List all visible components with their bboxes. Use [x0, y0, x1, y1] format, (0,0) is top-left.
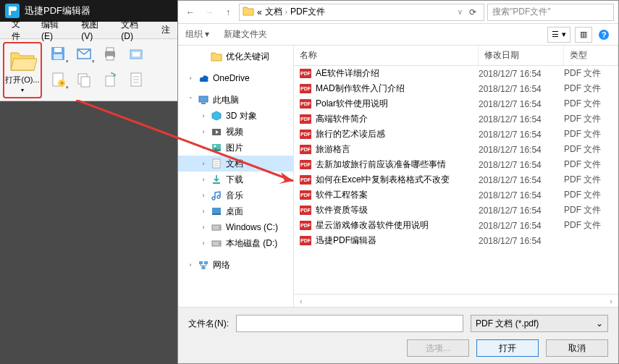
rotate-button[interactable] — [98, 68, 122, 91]
list-header: 名称 修改日期 类型 — [294, 46, 618, 66]
open-button[interactable]: 打开(O)... ▾ — [3, 42, 42, 98]
scroll-left-button[interactable]: ‹ — [297, 297, 306, 305]
file-name: 迅捷PDF编辑器 — [316, 234, 376, 247]
file-row[interactable]: PDF星云游戏修改器软件使用说明2018/12/7 16:54PDF 文件 — [294, 218, 618, 233]
file-row[interactable]: PDF软件资质等级2018/12/7 16:54PDF 文件 — [294, 203, 618, 218]
preview-pane-button[interactable]: ▥ — [575, 27, 592, 43]
menu-view[interactable]: 视图(V) — [74, 19, 114, 41]
tree-item[interactable]: ›下载 — [178, 172, 293, 187]
breadcrumb[interactable]: « 文档 › PDF文件 v ⟳ — [239, 4, 484, 21]
file-name: 软件资质等级 — [316, 204, 368, 216]
file-row[interactable]: PDF高端软件简介2018/12/7 16:54PDF 文件 — [294, 111, 618, 127]
svg-rect-14 — [81, 77, 90, 87]
tree-item[interactable]: ›音乐 — [178, 187, 293, 203]
file-type: PDF 文件 — [564, 174, 618, 186]
filter-label: PDF 文档 (*.pdf) — [476, 318, 539, 330]
file-date: 2018/12/7 16:54 — [479, 69, 564, 79]
file-row[interactable]: PDFPolar软件使用说明2018/12/7 16:54PDF 文件 — [294, 96, 618, 111]
menu-edit[interactable]: 编辑(E) — [34, 19, 74, 41]
open-file-button[interactable]: 打开 — [476, 339, 539, 357]
file-open-dialog: ← → ↑ « 文档 › PDF文件 v ⟳ 搜索"PDF文件" 组织 ▾ 新建… — [177, 0, 619, 364]
svg-rect-31 — [213, 182, 220, 184]
menu-annotate[interactable]: 注 — [154, 24, 177, 36]
twist-icon: › — [200, 240, 207, 247]
onedrive-icon — [198, 72, 209, 84]
tree-item[interactable]: ›Windows (C:) — [178, 219, 293, 235]
scan-button[interactable] — [125, 42, 148, 65]
file-row[interactable]: PDF软件工程答案2018/12/7 16:54PDF 文件 — [294, 187, 618, 203]
tree-item[interactable]: ›网络 — [178, 257, 293, 273]
file-row[interactable]: PDFMAD制作软件入门介绍2018/12/7 16:54PDF 文件 — [294, 81, 618, 96]
file-type: PDF 文件 — [564, 128, 618, 140]
3d-icon — [211, 110, 222, 122]
file-name: 如何在Excel中复制表格格式不改变 — [316, 174, 450, 186]
file-row[interactable]: PDF旅行的艺术读后感2018/12/7 16:54PDF 文件 — [294, 127, 618, 142]
tree-item[interactable]: ›OneDrive — [178, 70, 293, 86]
tree-item[interactable]: 优化关键词 — [178, 48, 293, 64]
file-filter-dropdown[interactable]: PDF 文档 (*.pdf) ⌄ — [471, 315, 608, 332]
dropdown-icon[interactable]: v — [458, 8, 462, 16]
col-type[interactable]: 类型 — [564, 46, 618, 65]
h-scrollbar[interactable]: ‹ › — [294, 294, 618, 307]
scroll-right-button[interactable]: › — [607, 297, 615, 305]
up-button[interactable]: ↑ — [220, 4, 236, 20]
file-date: 2018/12/7 16:54 — [479, 114, 564, 124]
tree-item[interactable]: ›本地磁盘 (D:) — [178, 235, 293, 251]
tree-item[interactable]: ›视频 — [178, 124, 293, 140]
pdf-icon: PDF — [300, 145, 311, 154]
tree-item-label: 视频 — [226, 126, 243, 138]
file-list-body[interactable]: PDFAE软件详细介绍2018/12/7 16:54PDF 文件PDFMAD制作… — [294, 66, 618, 294]
crumb-1[interactable]: 文档 — [265, 6, 282, 18]
email-button[interactable]: ▾ — [72, 42, 96, 65]
music-icon — [211, 190, 222, 201]
refresh-button[interactable]: ⟳ — [465, 4, 481, 20]
cancel-button[interactable]: 取消 — [546, 339, 608, 357]
chevron-right-icon: › — [285, 8, 287, 16]
options-button[interactable]: 选项... — [407, 339, 469, 357]
tree-item[interactable]: ›图片 — [178, 140, 293, 156]
file-name: Polar软件使用说明 — [316, 98, 388, 110]
file-name: AE软件详细介绍 — [316, 67, 379, 80]
copy-button[interactable] — [72, 68, 96, 91]
svg-rect-40 — [202, 266, 206, 269]
more-button[interactable] — [125, 68, 148, 91]
menu-bar: 文件 编辑(E) 视图(V) 文档(D) 注 — [0, 22, 177, 39]
svg-rect-39 — [204, 261, 208, 264]
col-date[interactable]: 修改日期 — [479, 46, 564, 65]
file-type: PDF 文件 — [564, 113, 618, 125]
back-button[interactable]: ← — [182, 4, 198, 20]
breadcrumb-root[interactable]: « — [257, 7, 262, 17]
file-date: 2018/12/7 16:54 — [479, 221, 564, 231]
folder-tree[interactable]: 优化关键词›OneDrive˅此电脑›3D 对象›视频›图片›文档›下载›音乐›… — [178, 46, 294, 307]
tree-item[interactable]: ›3D 对象 — [178, 108, 293, 124]
file-date: 2018/12/7 16:54 — [479, 145, 564, 155]
menu-file[interactable]: 文件 — [4, 18, 34, 43]
file-row[interactable]: PDF如何在Excel中复制表格格式不改变2018/12/7 16:54PDF … — [294, 172, 618, 187]
file-row[interactable]: PDF迅捷PDF编辑器2018/12/7 16:54 — [294, 233, 618, 248]
tree-item[interactable]: ›文档 — [178, 156, 293, 172]
save-button[interactable]: ▾ — [46, 42, 70, 65]
file-row[interactable]: PDF旅游格言2018/12/7 16:54PDF 文件 — [294, 142, 618, 157]
svg-rect-15 — [106, 76, 114, 86]
print-button[interactable] — [98, 42, 122, 65]
file-row[interactable]: PDFAE软件详细介绍2018/12/7 16:54PDF 文件 — [294, 66, 618, 81]
new-doc-button[interactable]: ✶▾ — [46, 68, 70, 91]
file-row[interactable]: PDF去新加坡旅行前应该准备哪些事情2018/12/7 16:54PDF 文件 — [294, 157, 618, 172]
search-input[interactable]: 搜索"PDF文件" — [487, 4, 614, 21]
tree-item[interactable]: ˅此电脑 — [178, 92, 293, 108]
organize-button[interactable]: 组织 ▾ — [185, 28, 209, 41]
filename-input[interactable] — [236, 315, 463, 332]
svg-rect-9 — [132, 52, 140, 56]
newfolder-button[interactable]: 新建文件夹 — [224, 28, 267, 41]
view-mode-button[interactable]: ☰ ▾ — [547, 27, 570, 43]
menu-document[interactable]: 文档(D) — [114, 19, 154, 41]
tree-item-label: 网络 — [213, 259, 230, 271]
search-placeholder: 搜索"PDF文件" — [492, 6, 551, 18]
forward-button[interactable]: → — [201, 4, 217, 20]
tree-item[interactable]: ›桌面 — [178, 203, 293, 219]
folder-open-icon — [8, 47, 37, 73]
help-button[interactable]: ? — [597, 27, 611, 42]
crumb-2[interactable]: PDF文件 — [290, 6, 325, 18]
twist-icon: › — [200, 192, 207, 199]
col-name[interactable]: 名称 — [294, 46, 479, 65]
